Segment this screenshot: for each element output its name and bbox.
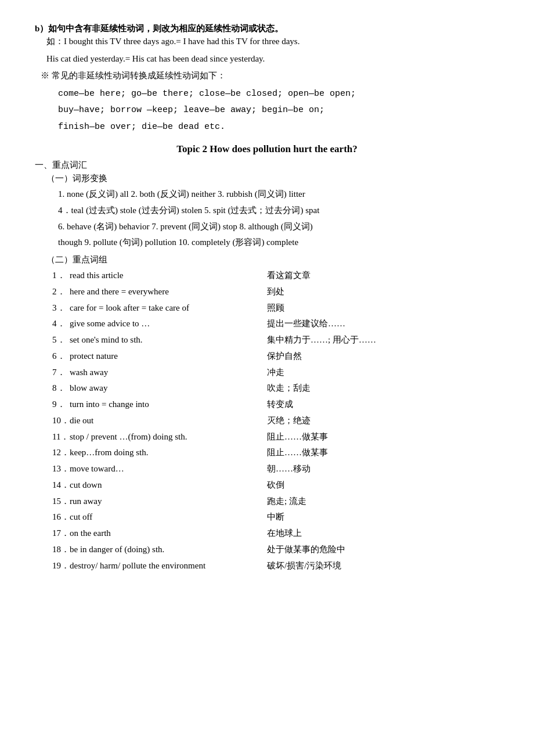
- phrase-en: be in danger of (doing) sth.: [70, 542, 267, 558]
- phrase-row-4: 4．give some advice to …提出一些建议给……: [52, 316, 517, 332]
- phrase-en: on the earth: [70, 525, 267, 542]
- example-line-1: 如：I bought this TV three days ago.= I ha…: [46, 34, 499, 49]
- phrase-num: 2．: [52, 284, 70, 300]
- phrase-num: 4．: [52, 316, 70, 332]
- phrase-num: 16．: [52, 509, 70, 525]
- topic-title: Topic 2 How does pollution hurt the eart…: [35, 143, 499, 155]
- phrase-row-6: 6．protect nature保护自然: [52, 348, 517, 365]
- phrase-en: give some advice to …: [70, 316, 267, 332]
- phrase-cn: 破坏/损害/污染环境: [267, 558, 517, 574]
- phrase-row-2: 2．here and there = everywhere到处: [52, 284, 517, 300]
- phrase-en: wash away: [70, 365, 267, 381]
- phrase-en: die out: [70, 413, 267, 429]
- phrase-num: 6．: [52, 348, 70, 365]
- phrase-cn: 转变成: [267, 397, 517, 413]
- phrase-num: 13．: [52, 461, 70, 477]
- phrase-row-9: 9．turn into = change into转变成: [52, 397, 517, 413]
- phrase-cn: 到处: [267, 284, 517, 300]
- phrase-num: 5．: [52, 332, 70, 348]
- phrase-cn: 阻止……做某事: [267, 429, 517, 445]
- phrase-en: destroy/ harm/ pollute the environment: [70, 558, 267, 574]
- phrase-cn: 跑走; 流走: [267, 494, 517, 510]
- phrase-cn: 保护自然: [267, 348, 517, 365]
- subsection-2-label: （二）重点词组: [46, 254, 499, 265]
- phrase-num: 17．: [52, 525, 70, 542]
- phrase-num: 3．: [52, 300, 70, 316]
- phrase-num: 12．: [52, 445, 70, 461]
- phrase-row-19: 19．destroy/ harm/ pollute the environmen…: [52, 558, 517, 574]
- phrase-en: cut down: [70, 477, 267, 494]
- phrase-cn: 在地球上: [267, 525, 517, 542]
- vocab-row-2: 4．teal (过去式) stole (过去分词) stolen 5. spit…: [58, 203, 499, 219]
- phrase-en: set one's mind to sth.: [70, 332, 267, 348]
- phrase-en: move toward…: [70, 461, 267, 477]
- vocab-row-4: though 9. pollute (句词) pollution 10. com…: [58, 235, 499, 251]
- phrase-cn: 照顾: [267, 300, 517, 316]
- vocab-row-1: 1. none (反义词) all 2. both (反义词) neither …: [58, 186, 499, 203]
- mono-line-1: come—be here; go—be there; close—be clos…: [58, 86, 499, 103]
- section-1-title: 一、重点词汇: [35, 160, 499, 171]
- phrase-row-14: 14．cut down砍倒: [52, 477, 517, 494]
- phrase-num: 7．: [52, 365, 70, 381]
- section-1: 一、重点词汇 （一）词形变换 1. none (反义词) all 2. both…: [35, 160, 499, 574]
- phrase-row-13: 13．move toward…朝……移动: [52, 461, 517, 477]
- phrase-row-3: 3．care for = look after = take care of照顾: [52, 300, 517, 316]
- mono-line-2: buy—have; borrow —keep; leave—be away; b…: [58, 102, 499, 119]
- phrase-en: here and there = everywhere: [70, 284, 267, 300]
- section-b: b）如句中含有非延续性动词，则改为相应的延续性动词或状态。 如：I bought…: [35, 23, 499, 135]
- section-b-label: b）如句中含有非延续性动词，则改为相应的延续性动词或状态。: [35, 23, 499, 34]
- phrase-en: cut off: [70, 509, 267, 525]
- phrase-row-1: 1．read this article看这篇文章: [52, 268, 517, 284]
- phrase-cn: 提出一些建议给……: [267, 316, 517, 332]
- phrase-num: 15．: [52, 494, 70, 510]
- phrase-num: 11．: [52, 429, 70, 445]
- phrase-en: read this article: [70, 268, 267, 284]
- phrase-cn: 看这篇文章: [267, 268, 517, 284]
- phrase-row-12: 12．keep…from doing sth.阻止……做某事: [52, 445, 517, 461]
- phrase-cn: 灭绝；绝迹: [267, 413, 517, 429]
- phrase-num: 10．: [52, 413, 70, 429]
- phrase-cn: 中断: [267, 509, 517, 525]
- phrase-num: 8．: [52, 380, 70, 397]
- example-line-2: His cat died yesterday.= His cat has bee…: [46, 52, 499, 67]
- phrase-en: stop / prevent …(from) doing sth.: [70, 429, 267, 445]
- phrase-row-17: 17．on the earth在地球上: [52, 525, 517, 542]
- phrase-cn: 吹走；刮走: [267, 380, 517, 397]
- phrase-row-10: 10．die out灭绝；绝迹: [52, 413, 517, 429]
- phrase-row-16: 16．cut off中断: [52, 509, 517, 525]
- phrase-num: 14．: [52, 477, 70, 494]
- phrase-num: 18．: [52, 542, 70, 558]
- phrase-num: 1．: [52, 268, 70, 284]
- phrase-en: blow away: [70, 380, 267, 397]
- phrase-cn: 朝……移动: [267, 461, 517, 477]
- phrase-cn: 阻止……做某事: [267, 445, 517, 461]
- phrase-table: 1．read this article看这篇文章2．here and there…: [52, 268, 517, 574]
- subsection-1-label: （一）词形变换: [46, 173, 499, 184]
- phrase-row-18: 18． be in danger of (doing) sth.处于做某事的危险…: [52, 542, 517, 558]
- phrase-en: keep…from doing sth.: [70, 445, 267, 461]
- phrase-en: turn into = change into: [70, 397, 267, 413]
- phrase-cn: 集中精力于……; 用心于……: [267, 332, 517, 348]
- phrase-cn: 处于做某事的危险中: [267, 542, 517, 558]
- vocab-rows: 1. none (反义词) all 2. both (反义词) neither …: [35, 186, 499, 251]
- phrase-row-8: 8．blow away吹走；刮走: [52, 380, 517, 397]
- note-prefix: ※ 常见的非延续性动词转换成延续性动词如下：: [41, 69, 499, 84]
- phrase-row-5: 5．set one's mind to sth.集中精力于……; 用心于……: [52, 332, 517, 348]
- phrase-en: protect nature: [70, 348, 267, 365]
- phrase-row-11: 11．stop / prevent …(from) doing sth.阻止………: [52, 429, 517, 445]
- phrase-en: run away: [70, 494, 267, 510]
- phrase-en: care for = look after = take care of: [70, 300, 267, 316]
- phrase-num: 9．: [52, 397, 70, 413]
- phrase-num: 19．: [52, 558, 70, 574]
- phrase-cn: 冲走: [267, 365, 517, 381]
- mono-line-3: finish—be over; die—be dead etc.: [58, 119, 499, 136]
- phrase-row-15: 15．run away跑走; 流走: [52, 494, 517, 510]
- phrase-row-7: 7．wash away冲走: [52, 365, 517, 381]
- phrase-cn: 砍倒: [267, 477, 517, 494]
- vocab-row-3: 6. behave (名词) behavior 7. prevent (同义词)…: [58, 219, 499, 235]
